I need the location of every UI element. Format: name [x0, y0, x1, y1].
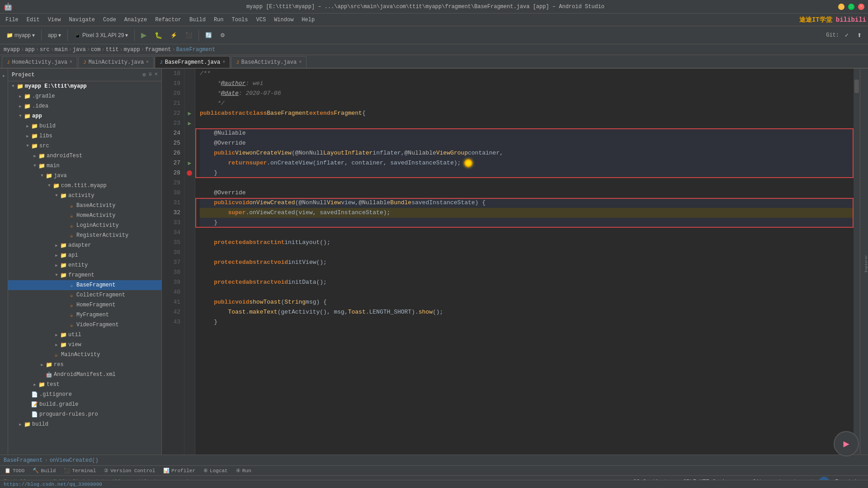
tree-homefragment[interactable]: ▶ ☕ HomeFragment — [8, 300, 161, 310]
device-selector[interactable]: 📱 Pixel 3 XL API 29 ▾ — [71, 29, 131, 42]
bnav-onviewcreated[interactable]: onViewCreated() — [50, 457, 99, 464]
menu-run[interactable]: Run — [210, 15, 227, 24]
titlebar-buttons[interactable]: − □ × — [838, 4, 864, 10]
tree-androidtest[interactable]: ▶ 📁 androidTest — [8, 151, 161, 161]
tree-build-root[interactable]: ▶ 📁 build — [8, 419, 161, 429]
tree-myfragment[interactable]: ▶ ☕ MyFragment — [8, 310, 161, 320]
tab-basefragment[interactable]: J BaseFragment.java × — [155, 56, 230, 68]
tree-gitignore[interactable]: ▶ 📄 .gitignore — [8, 389, 161, 399]
breakpoint-icon[interactable] — [187, 170, 192, 176]
tree-mainactivity-file[interactable]: ▶ ☕ MainActivity — [8, 350, 161, 360]
tree-videofragment[interactable]: ▶ ☕ VideoFragment — [8, 320, 161, 330]
sync-button[interactable]: 🔄 — [203, 29, 215, 42]
btool-profiler[interactable]: 📊 Profiler — [160, 467, 198, 474]
sidebar-collapse-icon[interactable]: ≡ — [149, 71, 152, 78]
tree-registeractivity[interactable]: ▶ ☕ RegisterActivity — [8, 230, 161, 240]
tab-close-icon4[interactable]: × — [299, 60, 302, 65]
btool-vcs[interactable]: ② Version Control — [101, 467, 158, 474]
ln-18: 18 — [162, 69, 180, 79]
tree-build[interactable]: ▶ 📁 build — [8, 121, 161, 131]
tree-view[interactable]: ▶ 📁 view — [8, 340, 161, 350]
scrollbar-thumb[interactable] — [854, 80, 859, 93]
settings-button[interactable]: ⚙ — [217, 29, 228, 42]
code-editor[interactable]: /** * @author: wei * @date: 2020-07-06 *… — [195, 69, 854, 455]
maximize-button[interactable]: □ — [848, 4, 854, 10]
menu-edit[interactable]: Edit — [23, 15, 43, 24]
breadcrumb: myapp › app › src › main › java › com › … — [4, 47, 215, 53]
bnav-basefragment[interactable]: BaseFragment — [4, 457, 42, 464]
tree-androidmanifest[interactable]: ▶ 🤖 AndroidManifest.xml — [8, 370, 161, 380]
tree-test[interactable]: ▶ 📁 test — [8, 380, 161, 389]
stop-button[interactable]: ⬛ — [183, 29, 195, 42]
minimize-button[interactable]: − — [838, 4, 844, 10]
explorer-strip-item[interactable]: Explorer — [864, 253, 868, 274]
btool-run[interactable]: ④ Run — [233, 467, 254, 474]
sidebar-header-icons[interactable]: ⚙ ≡ × — [142, 71, 158, 78]
tree-fragment[interactable]: ▼ 📁 fragment — [8, 270, 161, 280]
gutter-run-31: ▶ — [184, 158, 195, 168]
project-selector[interactable]: 📁 myapp ▾ — [4, 29, 38, 42]
tree-adapter[interactable]: ▶ 📁 adapter — [8, 240, 161, 250]
brand-tututu: 途途IT学堂 — [799, 16, 832, 24]
tab-baseactivity[interactable]: J BaseActivity.java × — [231, 56, 307, 68]
menu-refactor[interactable]: Refactor — [151, 15, 185, 24]
tree-myapp[interactable]: ▼ 📁 myapp E:\ttit\myapp — [8, 81, 161, 91]
btool-logcat[interactable]: ⑥ Logcat — [201, 467, 231, 474]
tree-app[interactable]: ▼ 📁 app — [8, 111, 161, 121]
tree-src[interactable]: ▼ 📁 src — [8, 141, 161, 151]
git-push[interactable]: ⬆ — [854, 29, 864, 42]
tree-activity[interactable]: ▼ 📁 activity — [8, 191, 161, 201]
tree-loginactivity[interactable]: ▶ ☕ LoginActivity — [8, 221, 161, 230]
run-button[interactable]: ▶ — [138, 29, 149, 42]
toolbar-sep3 — [134, 30, 135, 41]
ln-23: 23 — [162, 118, 180, 128]
menu-vcs[interactable]: VCS — [253, 15, 270, 24]
sidebar-close-icon[interactable]: × — [155, 71, 158, 78]
profile-button[interactable]: ⚡ — [168, 29, 180, 42]
menu-analyze[interactable]: Analyze — [121, 15, 151, 24]
menu-help[interactable]: Help — [298, 15, 318, 24]
close-button[interactable]: × — [858, 4, 864, 10]
sidebar-settings-icon[interactable]: ⚙ — [142, 71, 146, 78]
menu-view[interactable]: View — [44, 15, 65, 24]
tree-baseactivity[interactable]: ▶ ☕ BaseActivity — [8, 201, 161, 211]
menu-tools[interactable]: Tools — [228, 15, 252, 24]
tree-entity[interactable]: ▶ 📁 entity — [8, 260, 161, 270]
menu-window[interactable]: Window — [270, 15, 297, 24]
tree-build-gradle[interactable]: ▶ 📝 build.gradle — [8, 399, 161, 409]
ln-27: 27 — [162, 158, 180, 168]
tree-com-ttit[interactable]: ▼ 📁 com.ttit.myapp — [8, 181, 161, 191]
debug-button[interactable]: 🐛 — [152, 29, 165, 42]
tree-homeactivity[interactable]: ▶ ☕ HomeActivity — [8, 211, 161, 221]
menu-build[interactable]: Build — [186, 15, 209, 24]
arrow-icon: ▶ — [53, 333, 60, 338]
bilibili-float-button[interactable]: ▶ — [834, 431, 859, 456]
btool-todo[interactable]: 📋 TODO — [2, 467, 27, 474]
tree-java[interactable]: ▼ 📁 java — [8, 171, 161, 181]
tree-api[interactable]: ▶ 📁 api — [8, 250, 161, 260]
menu-navigate[interactable]: Navigate — [65, 15, 99, 24]
btool-terminal[interactable]: ⬛ Terminal — [61, 467, 99, 474]
git-commit[interactable]: ✓ — [842, 29, 852, 42]
tree-main[interactable]: ▼ 📁 main — [8, 161, 161, 171]
tab-mainactivity[interactable]: J MainActivity.java × — [78, 56, 154, 68]
tree-proguard[interactable]: ▶ 📄 proguard-rules.pro — [8, 409, 161, 419]
tab-homeactivity[interactable]: J HomeActivity.java × — [2, 56, 77, 68]
app-selector[interactable]: app ▾ — [45, 29, 64, 42]
menu-file[interactable]: File — [2, 15, 22, 24]
tab-close-icon2[interactable]: × — [146, 60, 149, 65]
code-line-18: /** — [200, 69, 854, 79]
tree-collectfragment[interactable]: ▶ ☕ CollectFragment — [8, 290, 161, 300]
tree-res[interactable]: ▶ 📁 res — [8, 360, 161, 370]
editor-scrollbar[interactable] — [854, 69, 860, 455]
tab-close-icon[interactable]: × — [70, 60, 72, 65]
menu-code[interactable]: Code — [99, 15, 120, 24]
tree-util[interactable]: ▶ 📁 util — [8, 330, 161, 340]
bnav-sep: › — [44, 457, 47, 464]
tree-idea[interactable]: ▶ 📁 .idea — [8, 101, 161, 111]
btool-build[interactable]: 🔨 Build — [30, 467, 58, 474]
tree-gradle-hidden[interactable]: ▶ 📁 .gradle — [8, 91, 161, 101]
tree-basefragment[interactable]: ▶ ☕ BaseFragment — [8, 280, 161, 290]
tree-libs[interactable]: ▶ 📁 libs — [8, 131, 161, 141]
tab-close-icon3[interactable]: × — [222, 60, 225, 65]
